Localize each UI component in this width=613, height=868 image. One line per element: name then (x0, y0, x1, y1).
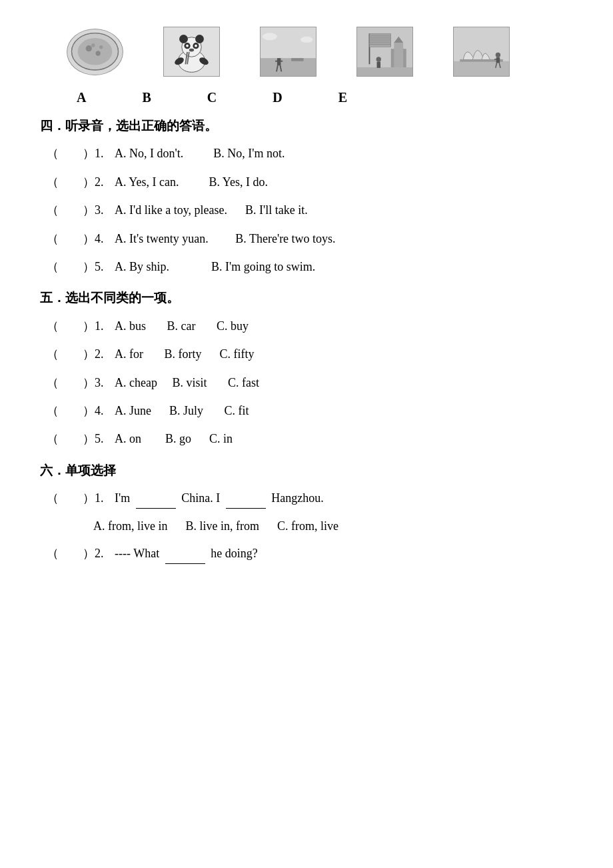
q4-2-optB: B. Yes, I do. (209, 175, 269, 189)
section6-q1: （ ） 1. I'm China. I Hangzhou. A. from, l… (40, 487, 573, 537)
svg-point-1 (78, 38, 113, 65)
section5-q4: （ ） 4. A. June B. July C. fit (40, 400, 573, 421)
q6-1-text: I'm China. I Hangzhou. (115, 487, 573, 509)
food-image (67, 29, 123, 75)
parens-6-1: （ ） (47, 487, 95, 509)
section5-q1: （ ） 1. A. bus B. car C. buy (40, 315, 573, 337)
parens-5-5: （ ） (47, 428, 95, 449)
q5-4-num: 4. (95, 400, 115, 421)
section-6-title: 六．单项选择 (40, 461, 573, 481)
section4-q5: （ ） 5. A. By ship. B. I'm going to swim. (40, 256, 573, 277)
section4-q4: （ ） 4. A. It's twenty yuan. B. There're … (40, 228, 573, 249)
parens-6-2: （ ） (47, 543, 95, 564)
column-labels-row: A B C D E (40, 90, 573, 105)
q4-2-content: A. Yes, I can. B. Yes, I do. (115, 171, 573, 193)
q4-5-optB: B. I'm going to swim. (211, 260, 315, 273)
svg-rect-26 (277, 58, 281, 65)
q5-2-content: A. for B. forty C. fifty (115, 343, 573, 365)
q5-4-optC: C. fit (225, 404, 249, 417)
svg-point-31 (263, 33, 277, 40)
q5-5-optC: C. in (209, 432, 233, 445)
label-E: E (338, 90, 347, 105)
q5-2-optA: A. for (115, 347, 143, 361)
images-row (40, 27, 573, 77)
label-B: B (142, 90, 151, 105)
section-6: 六．单项选择 （ ） 1. I'm China. I Hangzhou. A. … (40, 461, 573, 565)
svg-rect-20 (261, 58, 316, 77)
q5-3-optB: B. visit (172, 376, 207, 389)
svg-point-46 (376, 57, 381, 61)
svg-point-4 (91, 44, 95, 48)
q4-1-content: A. No, I don't. B. No, I'm not. (115, 143, 573, 164)
svg-point-2 (86, 45, 92, 51)
usa-image (356, 27, 413, 77)
svg-point-51 (496, 52, 500, 57)
q4-5-num: 5. (95, 256, 115, 277)
q4-3-optA: A. I'd like a toy, please. (115, 203, 227, 217)
q5-4-content: A. June B. July C. fit (115, 400, 573, 421)
london-image (260, 27, 316, 77)
section-4: 四．听录音，选出正确的答语。 （ ） 1. A. No, I don't. B.… (40, 116, 573, 277)
q4-1-optA: A. No, I don't. (115, 147, 183, 160)
q4-3-optB: B. I'll take it. (245, 203, 308, 217)
label-D: D (273, 90, 282, 105)
section4-q1: （ ） 1. A. No, I don't. B. No, I'm not. (40, 143, 573, 164)
parens-4-4: （ ） (47, 228, 95, 249)
svg-rect-52 (496, 57, 500, 63)
section4-q3: （ ） 3. A. I'd like a toy, please. B. I'l… (40, 199, 573, 221)
parens-5-1: （ ） (47, 315, 95, 337)
panda-image (163, 27, 220, 77)
q6-2-num: 2. (95, 543, 115, 564)
label-A: A (77, 90, 86, 105)
svg-rect-43 (394, 43, 403, 70)
q5-2-num: 2. (95, 343, 115, 365)
section-4-title: 四．听录音，选出正确的答语。 (40, 116, 573, 136)
svg-rect-47 (377, 61, 381, 67)
section5-q2: （ ） 2. A. for B. forty C. fifty (40, 343, 573, 365)
q4-1-optB: B. No, I'm not. (213, 147, 285, 160)
q4-2-optA: A. Yes, I can. (115, 175, 179, 189)
q6-1-num: 1. (95, 487, 115, 509)
section5-q3: （ ） 3. A. cheap B. visit C. fast (40, 372, 573, 393)
parens-4-3: （ ） (47, 199, 95, 221)
section6-q1-line1: （ ） 1. I'm China. I Hangzhou. (40, 487, 573, 509)
section6-q2-line1: （ ） 2. ---- What he doing? (40, 543, 573, 564)
q4-3-num: 3. (95, 199, 115, 221)
svg-point-15 (189, 48, 194, 51)
parens-5-2: （ ） (47, 343, 95, 365)
svg-point-9 (179, 35, 188, 43)
q4-4-num: 4. (95, 228, 115, 249)
svg-rect-30 (261, 27, 316, 58)
section6-q2: （ ） 2. ---- What he doing? (40, 543, 573, 564)
q5-1-optC: C. buy (217, 319, 249, 333)
q4-1-num: 1. (95, 143, 115, 164)
svg-point-14 (195, 44, 197, 47)
parens-5-3: （ ） (47, 372, 95, 393)
q5-1-optA: A. bus (115, 319, 146, 333)
blank-6-1-1 (136, 508, 176, 509)
q5-5-optB: B. go (165, 432, 191, 445)
svg-point-32 (301, 36, 312, 42)
q5-5-optA: A. on (115, 432, 141, 445)
q6-2-text: ---- What he doing? (115, 543, 573, 564)
q5-2-optC: C. fifty (220, 347, 255, 361)
q5-1-optB: B. car (167, 319, 196, 333)
q4-4-optB: B. There're two toys. (235, 232, 335, 245)
section4-q2: （ ） 2. A. Yes, I can. B. Yes, I do. (40, 171, 573, 193)
svg-point-3 (95, 51, 100, 56)
blank-6-1-2 (226, 508, 266, 509)
section-5-title: 五．选出不同类的一项。 (40, 288, 573, 308)
q5-4-optB: B. July (169, 404, 203, 417)
q5-5-num: 5. (95, 428, 115, 449)
svg-point-5 (99, 45, 103, 49)
q4-5-content: A. By ship. B. I'm going to swim. (115, 256, 573, 277)
section-5: 五．选出不同类的一项。 （ ） 1. A. bus B. car C. buy … (40, 288, 573, 449)
q6-1-options: A. from, live in B. live in, from C. fro… (40, 515, 573, 537)
sydney-image (453, 27, 510, 77)
q4-5-optA: A. By ship. (115, 260, 169, 273)
parens-5-4: （ ） (47, 400, 95, 421)
svg-point-10 (195, 35, 204, 43)
svg-rect-49 (454, 61, 509, 76)
q4-2-num: 2. (95, 171, 115, 193)
q5-2-optB: B. forty (165, 347, 202, 361)
